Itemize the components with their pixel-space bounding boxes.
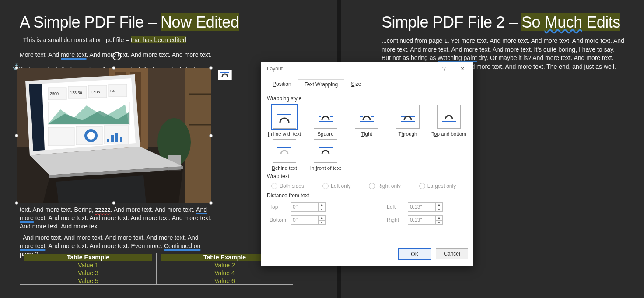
resize-handle-s[interactable] [112, 201, 116, 205]
layout-options-flyout[interactable] [218, 70, 232, 80]
page2-title-hlt2: Edits [582, 13, 620, 31]
page-2-title-plain: Simple PDF File 2 – [382, 13, 522, 31]
wrap-text-icon [220, 71, 230, 78]
resize-handle-se[interactable] [209, 201, 213, 205]
radio-largest-only[interactable]: Largest only [419, 183, 456, 189]
svg-text:2500: 2500 [50, 91, 59, 96]
spinner-icon[interactable]: ▲▼ [435, 203, 442, 211]
page-1-title: A Simple PDF File – Now Edited [0, 0, 337, 36]
wrap-label-through: Through [390, 131, 425, 137]
tab-text-wrapping[interactable]: Text Wrapping [298, 79, 344, 89]
radio-left-only[interactable]: Left only [322, 183, 350, 189]
dist-top-label: Top [270, 204, 290, 210]
svg-rect-30 [116, 133, 118, 142]
dist-left-label: Left [387, 204, 408, 210]
dialog-close-button[interactable]: × [453, 63, 472, 75]
dist-right-label: Right [387, 217, 408, 223]
ok-button[interactable]: OK [398, 248, 431, 260]
resize-handle-nw[interactable] [15, 66, 18, 70]
table-cell: Value 6 [161, 277, 288, 284]
svg-text:54: 54 [110, 89, 115, 93]
radio-right-only[interactable]: Right only [369, 183, 400, 189]
spinner-icon[interactable]: ▲▼ [318, 203, 325, 211]
page-1-para-3: text. And more text. Boring, zzzzz. And … [20, 206, 212, 231]
wrap-option-through[interactable]: Through [390, 105, 425, 137]
dialog-button-row: OK Cancel [398, 248, 468, 260]
para3-a: text. And more text. Boring, [20, 206, 95, 213]
wrap-option-square[interactable]: Square [308, 105, 343, 137]
svg-rect-29 [111, 135, 114, 142]
example-table: Table Example Table Example Value 1 Valu… [20, 253, 293, 285]
table-cell: Value 5 [24, 277, 152, 284]
para1-a: More text. And [20, 51, 61, 58]
wrap-option-tight[interactable]: Tight [349, 105, 384, 137]
dialog-help-button[interactable]: ? [435, 63, 453, 75]
para4-link2: Continued on [164, 242, 200, 249]
table-header-1: Table Example [24, 254, 152, 261]
wrap-icon-behind [273, 139, 296, 163]
resize-handle-e[interactable] [209, 134, 213, 137]
svg-point-26 [86, 130, 96, 141]
radio-icon [271, 183, 277, 189]
resize-handle-w[interactable] [15, 134, 18, 137]
wrap-label-square: Square [308, 131, 343, 137]
radio-both-sides[interactable]: Both sides [271, 183, 304, 189]
dialog-titlebar[interactable]: Layout ? × [261, 62, 473, 76]
wrap-icon-inline [273, 105, 296, 129]
para3-c: text. And more text. And more text. And … [20, 214, 212, 230]
radio-label: Right only [377, 183, 400, 189]
cancel-label: Cancel [444, 251, 460, 257]
spinner-icon[interactable]: ▲▼ [435, 216, 442, 224]
dist-left-value [408, 203, 435, 211]
help-icon: ? [442, 65, 446, 72]
table-cell: Value 3 [24, 270, 152, 277]
dist-right-value [408, 216, 435, 224]
wrap-icon-square [314, 105, 337, 129]
rotate-handle[interactable] [112, 52, 121, 60]
p2-link1: more text [505, 46, 530, 53]
dist-right-input[interactable]: ▲▼ [408, 215, 443, 225]
svg-rect-31 [120, 137, 122, 142]
para4-b: . And more text. And more text. Even mor… [45, 242, 164, 249]
dist-left-input[interactable]: ▲▼ [408, 202, 443, 212]
resize-handle-ne[interactable] [209, 66, 213, 70]
wrap-label-topbottom: Top and bottom [431, 131, 466, 137]
wrap-label-inline: In line with text [267, 131, 302, 137]
tab-size[interactable]: Size [344, 79, 368, 89]
dist-bottom-label: Bottom [270, 217, 290, 223]
dist-top-value [291, 203, 318, 211]
layout-dialog: Layout ? × Position Text Wrapping Size W… [261, 62, 473, 266]
wrap-option-inline[interactable]: In line with text [267, 105, 302, 137]
dist-top-input[interactable]: ▲▼ [290, 202, 326, 212]
group-wrapping-style: Wrapping style [267, 95, 467, 102]
svg-text:1,805: 1,805 [90, 90, 100, 94]
para3-misspelling: zzzzz [95, 206, 111, 213]
wrap-label-tight: Tight [349, 131, 384, 137]
wrap-label-behind: Behind text [267, 165, 302, 171]
wrap-option-behind[interactable]: Behind text [267, 139, 302, 171]
cancel-button[interactable]: Cancel [436, 248, 468, 259]
spinner-icon[interactable]: ▲▼ [318, 216, 325, 224]
svg-rect-24 [48, 127, 74, 146]
page-1-title-highlighted: Now Edited [161, 13, 239, 31]
para4-a: And more text. And more text. And more t… [23, 234, 199, 241]
dialog-tabbar: Position Text Wrapping Size [266, 78, 468, 89]
resize-handle-sw[interactable] [15, 201, 18, 205]
wrap-option-front[interactable]: In front of text [308, 139, 343, 171]
table-cell: Value 4 [161, 270, 288, 277]
table-row: Value 3 Value 4 [20, 269, 293, 277]
para3-b: . And more text. And more text. [111, 206, 196, 213]
tab-position[interactable]: Position [266, 79, 298, 89]
dist-bottom-input[interactable]: ▲▼ [290, 215, 326, 225]
wrap-option-topbottom[interactable]: Top and bottom [431, 105, 466, 137]
ok-label: OK [411, 251, 418, 257]
wrap-label-front: In front of text [308, 165, 343, 171]
inserted-picture[interactable]: 2500 123.50 1,805 54 [17, 68, 211, 203]
distance-grid: Top ▲▼ Left ▲▼ Bottom ▲▼ Right ▲▼ [270, 202, 467, 225]
radio-icon [419, 183, 425, 189]
wrap-icon-tight [355, 105, 378, 129]
resize-handle-n[interactable] [112, 66, 116, 70]
table-cell: Value 1 [24, 262, 152, 269]
wrapping-style-grid: In line with text Square Tight Through [267, 105, 467, 171]
radio-label: Both sides [280, 183, 304, 189]
